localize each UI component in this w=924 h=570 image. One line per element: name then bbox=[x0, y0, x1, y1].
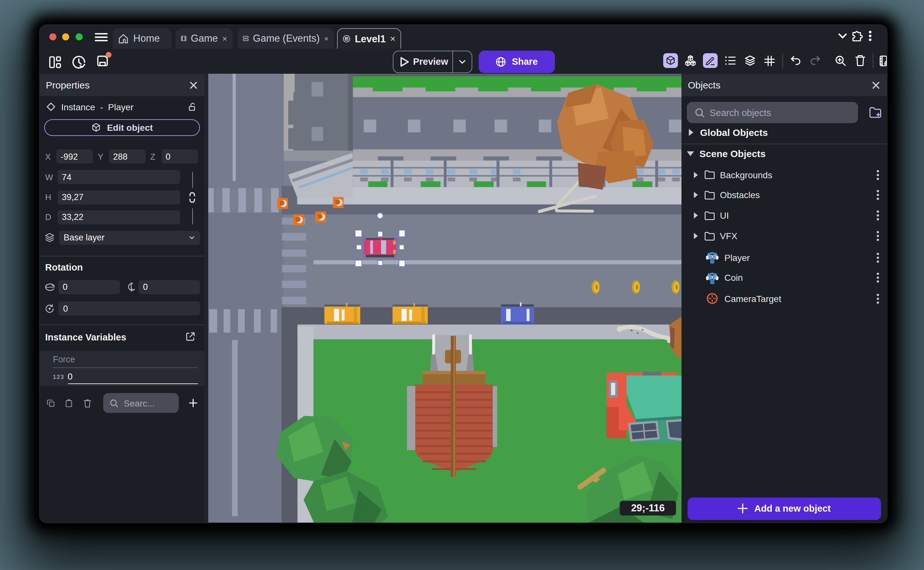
svg-text:29;-116: 29;-116 bbox=[631, 503, 665, 513]
